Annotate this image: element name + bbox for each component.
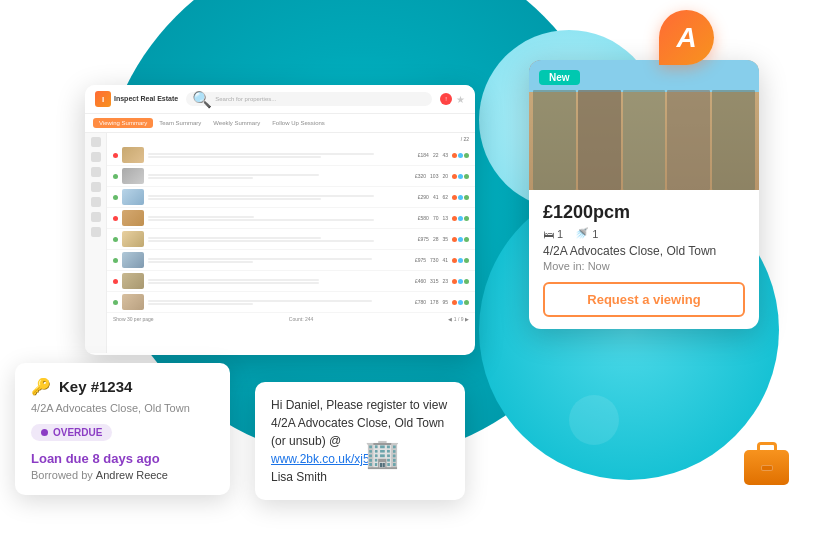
baths-info: 🚿 1: [575, 227, 598, 240]
sms-sender: Lisa Smith: [271, 470, 327, 484]
dashboard-card: I Inspect Real Estate 🔍 Search for prope…: [85, 85, 475, 355]
row-status-red: [113, 216, 118, 221]
row-dots: [452, 279, 469, 284]
key-card-header: 🔑 Key #1234: [31, 377, 214, 396]
sidebar-icon-5[interactable]: [91, 197, 101, 207]
sidebar-icon-7[interactable]: [91, 227, 101, 237]
row-status-green: [113, 195, 118, 200]
app-name: Inspect Real Estate: [114, 95, 178, 103]
table-row[interactable]: £460 315 23: [107, 271, 475, 292]
sidebar-icon-2[interactable]: [91, 152, 101, 162]
property-address: 4/2A Advocates Close, Old Town: [543, 244, 745, 258]
row-thumbnail: [122, 147, 144, 163]
row-thumbnail: [122, 168, 144, 184]
building-windows: [529, 90, 759, 190]
key-card: 🔑 Key #1234 4/2A Advocates Close, Old To…: [15, 363, 230, 495]
row-bar: [148, 279, 319, 281]
key-icon: 🔑: [31, 377, 51, 396]
baths-count: 1: [592, 228, 598, 240]
row-numbers: £975 730 41: [415, 257, 448, 263]
table-pagination: Show 30 per page Count: 244 ◀ 1 / 9 ▶: [107, 313, 475, 325]
borrower-name: Andrew Reece: [96, 469, 168, 481]
row-bar: [148, 303, 253, 305]
table-row[interactable]: £780 178 95: [107, 292, 475, 313]
tab-viewing-summary[interactable]: Viewing Summary: [93, 118, 153, 128]
row-status-green: [113, 237, 118, 242]
zapier-bubble: A: [659, 10, 714, 65]
bath-icon: 🚿: [575, 227, 589, 240]
beds-info: 🛏 1: [543, 227, 563, 240]
row-numbers: £460 315 23: [415, 278, 448, 284]
row-thumbnail: [122, 294, 144, 310]
key-address: 4/2A Advocates Close, Old Town: [31, 402, 214, 414]
overdue-dot: [41, 429, 48, 436]
row-dots: [452, 216, 469, 221]
notification-icon[interactable]: !: [440, 93, 452, 105]
row-thumbnail: [122, 231, 144, 247]
row-bar: [148, 240, 374, 242]
property-details: £1200pcm 🛏 1 🚿 1 4/2A Advocates Close, O…: [529, 190, 759, 329]
property-image: New: [529, 60, 759, 190]
star-icon[interactable]: ★: [456, 94, 465, 105]
row-bar: [148, 300, 372, 302]
pagination-show: Show 30 per page: [113, 316, 154, 322]
bed-icon: 🛏: [543, 228, 554, 240]
briefcase-latch: [761, 465, 773, 471]
overdue-badge: OVERDUE: [31, 424, 112, 441]
sidebar-icon-4[interactable]: [91, 182, 101, 192]
row-dots: [452, 258, 469, 263]
sms-text: Hi Daniel, Please register to view 4/2A …: [271, 398, 447, 448]
row-dots: [452, 195, 469, 200]
pagination-nav[interactable]: ◀ 1 / 9 ▶: [448, 316, 469, 322]
table-row[interactable]: £184 22 43: [107, 145, 475, 166]
table-row[interactable]: £580 70 13: [107, 208, 475, 229]
new-badge: New: [539, 70, 580, 85]
row-bar: [148, 195, 374, 197]
dashboard-header: I Inspect Real Estate 🔍 Search for prope…: [85, 85, 475, 114]
count-badge: / 22: [461, 136, 469, 142]
row-status-red: [113, 153, 118, 158]
search-icon: 🔍: [192, 90, 212, 109]
tab-followup[interactable]: Follow Up Sessions: [266, 118, 331, 128]
briefcase-icon: [744, 450, 789, 485]
row-status-green: [113, 174, 118, 179]
row-bar: [148, 153, 374, 155]
briefcase-handle: [757, 442, 777, 450]
row-bar: [148, 237, 321, 239]
dashboard-nav: Viewing Summary Team Summary Weekly Summ…: [85, 114, 475, 133]
search-bar[interactable]: 🔍 Search for properties...: [186, 92, 432, 106]
loan-due-text: Loan due 8 days ago: [31, 451, 214, 466]
table-row[interactable]: £320 103 20: [107, 166, 475, 187]
table-rows: £184 22 43: [107, 145, 475, 313]
row-bars: [148, 279, 411, 284]
logo-icon: I: [95, 91, 111, 107]
table-toolbar: / 22: [107, 133, 475, 145]
sidebar-icon-6[interactable]: [91, 212, 101, 222]
sidebar-icon-1[interactable]: [91, 137, 101, 147]
row-bar: [148, 174, 319, 176]
sidebar-icon-3[interactable]: [91, 167, 101, 177]
row-bars: [148, 153, 414, 158]
row-bars: [148, 258, 411, 263]
tab-weekly-summary[interactable]: Weekly Summary: [207, 118, 266, 128]
property-card: New £1200pcm 🛏 1 🚿 1 4/2A Advocates Clos…: [529, 60, 759, 329]
search-placeholder: Search for properties...: [215, 96, 276, 102]
row-bar: [148, 198, 321, 200]
tab-team-summary[interactable]: Team Summary: [153, 118, 207, 128]
zapier-letter: A: [676, 22, 696, 54]
row-status-green: [113, 258, 118, 263]
row-bar: [148, 156, 321, 158]
row-bars: [148, 300, 411, 305]
row-bar: [148, 282, 319, 284]
table-row[interactable]: £975 28 35: [107, 229, 475, 250]
table-row[interactable]: £290 41 62: [107, 187, 475, 208]
request-viewing-button[interactable]: Request a viewing: [543, 282, 745, 317]
row-bars: [148, 216, 414, 221]
building-icon: 🏢: [365, 437, 400, 470]
sms-card: Hi Daniel, Please register to view 4/2A …: [255, 382, 465, 500]
deco-circle-2: [569, 395, 619, 445]
dashboard-logo: I Inspect Real Estate: [95, 91, 178, 107]
row-bar: [148, 258, 372, 260]
table-row[interactable]: £975 730 41: [107, 250, 475, 271]
row-bar: [148, 219, 374, 221]
